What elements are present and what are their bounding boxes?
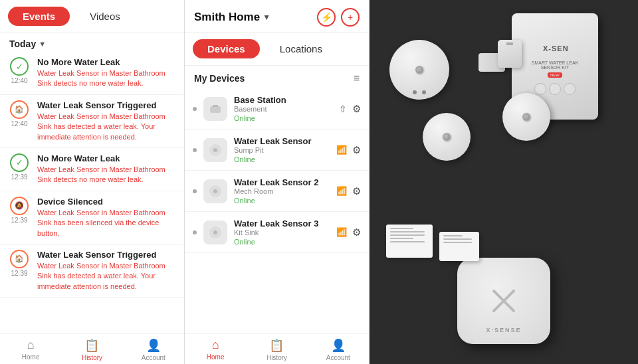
nav-home[interactable]: ⌂ Home: [0, 338, 61, 361]
settings-icon-2[interactable]: ⚙: [352, 144, 361, 156]
device-name-3: Water Leak Sensor 2: [234, 177, 330, 187]
alert-icon-btn[interactable]: ⚡: [317, 8, 336, 27]
devices-list: Base Station Basement Online ⇧ ⚙ Water L…: [185, 88, 369, 333]
quick-card: [439, 232, 479, 261]
history-icon: 📋: [84, 338, 99, 353]
manual-line: [390, 238, 413, 239]
nav-account-label: Account: [142, 354, 165, 361]
events-panel: Events Videos Today ▼ ✓ 12:40 No More Wa…: [0, 0, 185, 364]
hub-x-icon: [484, 281, 524, 321]
device-location-3: Mech Room: [234, 187, 330, 195]
mid-account-icon: 👤: [331, 338, 346, 353]
my-devices-row: My Devices ≡: [185, 66, 369, 88]
events-tab[interactable]: Events: [8, 7, 70, 26]
list-item: Water Leak Sensor 2 Mech Room Online 📶 ⚙: [185, 171, 369, 212]
device-actions-3: 📶 ⚙: [336, 185, 361, 197]
settings-icon-3[interactable]: ⚙: [352, 185, 361, 197]
device-status-4: Online: [234, 238, 330, 246]
device-status-1: Online: [234, 114, 332, 122]
event-icon-4: 🔕: [10, 197, 29, 215]
sensor-disc-3: [502, 93, 550, 141]
my-devices-label: My Devices: [194, 73, 245, 84]
manual-line: [443, 238, 472, 240]
account-icon: 👤: [146, 338, 161, 353]
mid-history-label: History: [266, 354, 287, 361]
svg-point-7: [213, 230, 217, 234]
today-label: Today: [9, 39, 36, 49]
device-location-2: Sump Pit: [234, 146, 330, 154]
event-title-5: Water Leak Sensor Triggered: [37, 250, 177, 260]
nav-history-label: History: [82, 354, 102, 361]
event-content-5: Water Leak Sensor Triggered Water Leak S…: [37, 250, 177, 292]
sensor-icon-3: [207, 225, 223, 240]
hub-device: X·SENSE: [457, 258, 550, 344]
event-title-2: Water Leak Sensor Triggered: [37, 100, 177, 110]
power-adapter: [498, 40, 522, 68]
hub-brand-label: X·SENSE: [486, 327, 521, 333]
manual-line: [390, 231, 425, 232]
event-content-4: Device Silenced Water Leak Sensor in Mas…: [37, 197, 177, 238]
event-content-3: No More Water Leak Water Leak Sensor in …: [37, 153, 177, 185]
sensor-dot-3: [522, 113, 530, 121]
nav-account[interactable]: 👤 Account: [123, 338, 184, 361]
signal-icon: 📶: [336, 145, 347, 155]
home-title[interactable]: Smith Home ▼: [194, 11, 270, 24]
manual-booklet: [386, 225, 433, 258]
nav-history[interactable]: 📋 History: [61, 338, 122, 361]
event-left-5: 🏠 12:39: [7, 250, 32, 277]
event-desc-5: Water Leak Sensor in Master Bathroom Sin…: [37, 261, 177, 292]
middle-header: Smith Home ▼ ⚡ +: [185, 0, 369, 33]
svg-rect-1: [213, 105, 218, 107]
today-chevron-icon[interactable]: ▼: [39, 40, 46, 48]
manual-line: [390, 241, 425, 242]
svg-point-3: [213, 148, 217, 152]
list-item: Water Leak Sensor Sump Pit Online 📶 ⚙: [185, 130, 369, 171]
event-time-5: 12:39: [11, 270, 27, 277]
list-item: Base Station Basement Online ⇧ ⚙: [185, 88, 369, 130]
event-time-1: 12:40: [11, 77, 27, 84]
mid-nav-history[interactable]: 📋 History: [246, 338, 307, 361]
mid-history-icon: 📋: [269, 338, 284, 353]
manual-line: [443, 242, 472, 243]
event-left-3: ✓ 12:39: [7, 153, 32, 181]
devices-tab[interactable]: Devices: [193, 39, 260, 58]
locations-tab[interactable]: Locations: [265, 39, 337, 58]
device-dot-4: [193, 230, 197, 234]
today-row: Today ▼: [0, 33, 184, 52]
sensor-dot-1: [415, 66, 423, 74]
event-left-4: 🔕 12:39: [7, 197, 32, 224]
menu-icon[interactable]: ≡: [354, 72, 360, 84]
videos-tab[interactable]: Videos: [75, 7, 135, 26]
mid-nav-account[interactable]: 👤 Account: [308, 338, 369, 361]
left-bottom-nav: ⌂ Home 📋 History 👤 Account: [0, 333, 184, 364]
event-left-2: 🏠 12:40: [7, 100, 32, 128]
brand-logo-icon: X-SENSE: [542, 38, 568, 58]
settings-icon-4[interactable]: ⚙: [352, 227, 361, 238]
middle-bottom-nav: ⌂ Home 📋 History 👤 Account: [185, 333, 369, 364]
share-icon[interactable]: ⇧: [339, 104, 347, 114]
plus-icon: +: [348, 12, 353, 23]
device-name-1: Base Station: [234, 95, 332, 105]
device-thumb-3: [203, 179, 227, 203]
signal-icon-3: 📶: [336, 186, 347, 196]
list-item: ✓ 12:39 No More Water Leak Water Leak Se…: [0, 148, 184, 191]
event-time-3: 12:39: [11, 173, 27, 181]
event-title-1: No More Water Leak: [37, 57, 177, 67]
event-desc-2: Water Leak Sensor in Master Bathroom Sin…: [37, 112, 177, 142]
list-item: Water Leak Sensor 3 Kit Sink Online 📶 ⚙: [185, 212, 369, 253]
device-thumb-2: [203, 138, 227, 162]
sensor-icon: [207, 142, 223, 158]
device-name-4: Water Leak Sensor 3: [234, 219, 330, 228]
left-header: Events Videos: [0, 0, 184, 33]
event-content-1: No More Water Leak Water Leak Sensor in …: [37, 57, 177, 89]
product-photo-panel: X-SENSE SMART WATER LEAKSENSOR KIT NEW: [370, 0, 638, 364]
device-thumb-1: [203, 97, 227, 121]
event-desc-3: Water Leak Sensor in Master Bathroom Sin…: [37, 165, 177, 185]
box-label: SMART WATER LEAKSENSOR KIT: [532, 60, 579, 70]
add-icon-btn[interactable]: +: [341, 8, 360, 27]
mid-nav-home[interactable]: ⌂ Home: [185, 338, 246, 361]
event-time-2: 12:40: [11, 120, 27, 128]
settings-icon[interactable]: ⚙: [352, 103, 361, 115]
device-info-1: Base Station Basement Online: [234, 95, 332, 122]
event-time-4: 12:39: [11, 217, 27, 224]
